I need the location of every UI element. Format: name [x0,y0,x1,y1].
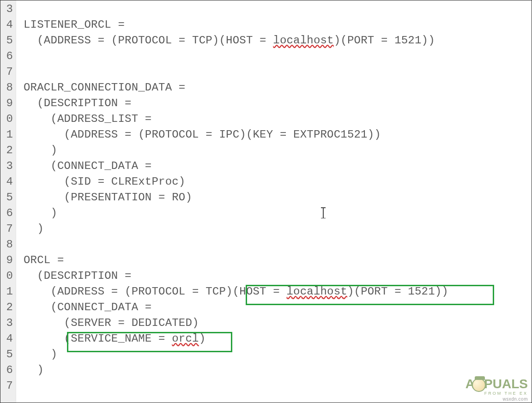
code-line[interactable]: (DESCRIPTION = [24,268,532,284]
code-line[interactable]: (ADDRESS_LIST = [24,111,532,127]
spellcheck-word: orcl [172,332,199,345]
line-number: 7 [0,378,16,394]
code-text: )(PORT = 1521)) [347,285,448,298]
line-number: 4 [0,17,16,33]
code-line[interactable]: ) [24,221,532,237]
code-line[interactable]: (SERVER = DEDICATED) [24,315,532,331]
line-number: 2 [0,143,16,158]
code-text: ) [199,332,206,345]
code-text: (ADDRESS = (PROTOCOL = TCP)(HOST = [24,34,273,47]
line-number: 5 [0,190,16,205]
code-editor: 3 4 5 6 7 8 9 0 1 2 3 4 5 6 7 8 9 0 1 2 … [0,0,532,403]
line-number: 6 [0,48,16,64]
code-line[interactable] [24,48,532,64]
line-number: 2 [0,300,16,315]
line-number: 3 [0,158,16,174]
line-number: 7 [0,221,16,237]
code-line[interactable]: (ADDRESS = (PROTOCOL = TCP)(HOST = local… [24,284,532,300]
line-number: 0 [0,268,16,284]
line-number: 1 [0,284,16,300]
code-text: (ADDRESS = (PROTOCOL = TCP)(HOST = [24,285,287,298]
code-line[interactable]: (SID = CLRExtProc) [24,174,532,190]
code-line[interactable]: ) [24,205,532,221]
code-line[interactable] [24,1,532,17]
code-text: (SERVICE_NAME = [24,332,172,345]
line-number: 9 [0,253,16,268]
code-line[interactable]: ORCL = [24,253,532,268]
code-line[interactable] [24,237,532,253]
code-line[interactable]: (DESCRIPTION = [24,96,532,111]
code-line[interactable]: (PRESENTATION = RO) [24,190,532,205]
code-line[interactable]: ) [24,143,532,158]
line-number: 9 [0,96,16,111]
line-number: 4 [0,174,16,190]
line-number: 1 [0,127,16,143]
line-number: 6 [0,362,16,378]
spellcheck-word: localhost [273,34,333,47]
code-line[interactable]: (SERVICE_NAME = orcl) [24,331,532,347]
line-number: 5 [0,33,16,48]
line-number: 3 [0,1,16,17]
code-text: )(PORT = 1521)) [334,34,435,47]
line-number: 8 [0,237,16,253]
line-number: 6 [0,205,16,221]
code-line[interactable]: (ADDRESS = (PROTOCOL = IPC)(KEY = EXTPRO… [24,127,532,143]
code-line[interactable]: (CONNECT_DATA = [24,158,532,174]
code-line[interactable]: (ADDRESS = (PROTOCOL = TCP)(HOST = local… [24,33,532,48]
line-number: 4 [0,331,16,347]
code-line[interactable]: ORACLR_CONNECTION_DATA = [24,80,532,96]
code-line[interactable]: LISTENER_ORCL = [24,17,532,33]
line-number: 3 [0,315,16,331]
line-number-gutter: 3 4 5 6 7 8 9 0 1 2 3 4 5 6 7 8 9 0 1 2 … [0,0,16,403]
line-number: 8 [0,80,16,96]
line-number: 0 [0,111,16,127]
code-line[interactable]: ) [24,347,532,362]
spellcheck-word: localhost [287,285,347,298]
line-number: 7 [0,64,16,80]
line-number: 5 [0,347,16,362]
code-area[interactable]: LISTENER_ORCL = (ADDRESS = (PROTOCOL = T… [16,0,532,403]
code-line[interactable] [24,64,532,80]
code-line[interactable] [24,378,532,394]
code-line[interactable]: (CONNECT_DATA = [24,300,532,315]
code-line[interactable]: ) [24,362,532,378]
